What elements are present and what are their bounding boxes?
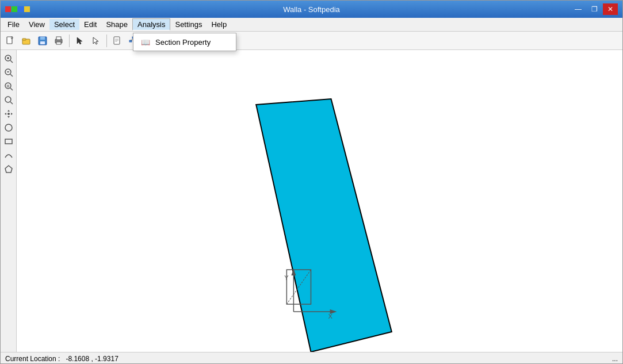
restore-button[interactable]: ❐ bbox=[587, 3, 602, 15]
menu-view[interactable]: View bbox=[24, 19, 49, 30]
statusbar-right: ... bbox=[612, 355, 618, 363]
minimize-button[interactable]: — bbox=[571, 3, 586, 15]
svg-line-34 bbox=[10, 102, 13, 104]
svg-point-40 bbox=[5, 124, 12, 131]
svg-marker-9 bbox=[77, 37, 82, 44]
svg-marker-10 bbox=[93, 37, 98, 44]
zoom-in-tool[interactable] bbox=[2, 52, 15, 65]
location-value: -8.1608 , -1.9317 bbox=[66, 355, 118, 363]
save-button[interactable] bbox=[35, 33, 50, 48]
drawing-canvas: Y X bbox=[17, 50, 622, 352]
window-controls: — ❐ ✕ bbox=[571, 3, 618, 15]
svg-marker-37 bbox=[5, 113, 6, 115]
logo-red bbox=[5, 6, 11, 12]
x-axis-label: X bbox=[328, 313, 333, 320]
svg-rect-16 bbox=[129, 40, 132, 42]
left-toolbar: ⊕ bbox=[1, 50, 17, 352]
toolbar bbox=[1, 32, 622, 50]
app-logo bbox=[5, 6, 30, 12]
svg-rect-7 bbox=[56, 37, 61, 40]
separator-2 bbox=[106, 35, 107, 47]
main-area: ⊕ bbox=[1, 50, 622, 352]
svg-rect-5 bbox=[40, 41, 45, 44]
svg-rect-2 bbox=[22, 39, 26, 40]
canvas-area[interactable]: Y X bbox=[17, 50, 622, 352]
logo-blue bbox=[18, 6, 24, 12]
section-property-item[interactable]: 📖 Section Property bbox=[133, 33, 236, 51]
svg-rect-4 bbox=[40, 37, 45, 40]
y-axis-label: Y bbox=[284, 274, 289, 281]
zoom-region-tool[interactable] bbox=[2, 94, 15, 106]
section-property-label: Section Property bbox=[155, 38, 211, 47]
arc-tool[interactable] bbox=[2, 149, 15, 162]
close-button[interactable]: ✕ bbox=[603, 3, 618, 15]
menu-analysis[interactable]: Analysis 📖 Section Property bbox=[132, 18, 170, 30]
logo-green bbox=[12, 6, 17, 12]
svg-marker-42 bbox=[5, 166, 12, 173]
window-title: Walla - Softpedia bbox=[283, 5, 340, 14]
zoom-out-tool[interactable] bbox=[2, 66, 15, 79]
svg-point-33 bbox=[5, 97, 11, 102]
svg-rect-8 bbox=[56, 42, 61, 44]
svg-marker-35 bbox=[7, 110, 10, 112]
menu-edit[interactable]: Edit bbox=[79, 19, 101, 30]
svg-line-28 bbox=[10, 74, 13, 76]
circle-tool[interactable] bbox=[2, 121, 15, 134]
svg-marker-36 bbox=[7, 116, 10, 118]
menubar: File View Select Edit Shape Analysis 📖 S… bbox=[1, 18, 622, 32]
location-label: Current Location : bbox=[5, 355, 60, 363]
zoom-fit-tool[interactable]: ⊕ bbox=[2, 80, 15, 93]
separator-1 bbox=[69, 35, 70, 47]
open-button[interactable] bbox=[19, 33, 34, 48]
logo-yellow bbox=[24, 6, 30, 12]
svg-rect-41 bbox=[5, 139, 12, 144]
statusbar: Current Location : -8.1608 , -1.9317 ... bbox=[1, 352, 622, 364]
location-text: Current Location : -8.1608 , -1.9317 bbox=[5, 355, 119, 363]
titlebar: Walla - Softpedia — ❐ ✕ bbox=[1, 1, 622, 18]
rectangle-tool[interactable] bbox=[2, 135, 15, 148]
section-property-icon: 📖 bbox=[140, 37, 151, 47]
menu-help[interactable]: Help bbox=[207, 19, 231, 30]
menu-file[interactable]: File bbox=[3, 19, 24, 30]
svg-line-31 bbox=[10, 88, 13, 90]
svg-marker-38 bbox=[11, 113, 13, 115]
select-tool-button[interactable] bbox=[72, 33, 87, 48]
select-tool2-button[interactable] bbox=[89, 33, 104, 48]
menu-shape[interactable]: Shape bbox=[101, 19, 132, 30]
new-button[interactable] bbox=[3, 33, 18, 48]
menu-settings[interactable]: Settings bbox=[170, 19, 207, 30]
doc-button[interactable] bbox=[110, 33, 125, 48]
svg-text:⊕: ⊕ bbox=[6, 84, 10, 88]
polygon-tool[interactable] bbox=[2, 163, 15, 175]
pan-tool[interactable] bbox=[2, 108, 15, 120]
menu-select[interactable]: Select bbox=[49, 19, 79, 30]
analysis-dropdown: 📖 Section Property bbox=[133, 33, 236, 51]
svg-line-24 bbox=[10, 60, 13, 63]
svg-point-39 bbox=[7, 113, 10, 115]
print-button[interactable] bbox=[51, 33, 66, 48]
main-shape bbox=[256, 99, 392, 352]
